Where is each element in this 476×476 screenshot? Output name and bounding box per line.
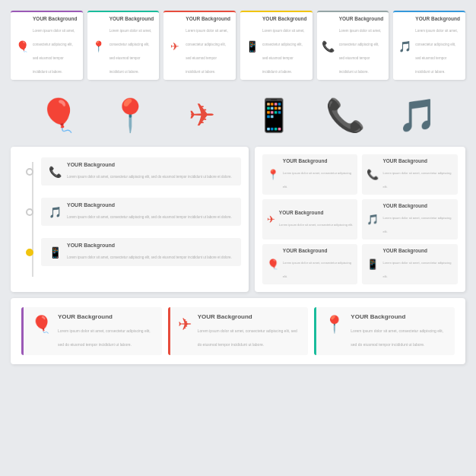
bottom-card-1: 🎈 YOUR Background Lorem ipsum dolor sit … <box>21 307 162 355</box>
card-desc-5: Lorem ipsum dolor sit amet, consectetur … <box>339 29 382 74</box>
gc-text-5: YOUR Background Lorem ipsum dolor sit am… <box>283 248 354 281</box>
tc-title-3: YOUR Background <box>67 243 235 248</box>
bc-text-3: YOUR Background Lorem ipsum dolor sit am… <box>351 313 447 349</box>
card-icon-2: 📍 <box>92 40 106 53</box>
card-icon-6: 🎵 <box>398 40 411 53</box>
grid-card-2: 📞 YOUR Background Lorem ipsum dolor sit … <box>362 154 458 195</box>
card-title-1: YOUR Background <box>33 16 78 21</box>
grid-card-1: 📍 YOUR Background Lorem ipsum dolor sit … <box>262 154 358 195</box>
big-icon-plane: ✈ <box>179 92 225 138</box>
tc-icon-1: 📞 <box>47 164 62 179</box>
card-text-6: YOUR Background Lorem ipsum dolor sit am… <box>415 16 461 76</box>
big-icon-ipod: 📱 <box>251 92 297 138</box>
gc-text-1: YOUR Background Lorem ipsum dolor sit am… <box>283 158 354 191</box>
gc-text-4: YOUR Background Lorem ipsum dolor sit am… <box>382 203 453 236</box>
gc-text-2: YOUR Background Lorem ipsum dolor sit am… <box>382 158 453 191</box>
top-card-6: 🎵 YOUR Background Lorem ipsum dolor sit … <box>393 11 465 80</box>
card-icon-3: ✈ <box>168 40 182 53</box>
gc-desc-3: Lorem ipsum dolor sit amet, consectetur … <box>279 223 353 227</box>
gc-text-6: YOUR Background Lorem ipsum dolor sit am… <box>382 248 453 281</box>
card-icon-5: 📞 <box>322 40 335 53</box>
bc-text-2: YOUR Background Lorem ipsum dolor sit am… <box>198 313 301 349</box>
top-cards-row: 🎈 YOUR Background Lorem ipsum dolor sit … <box>0 0 476 86</box>
big-icon-pin: 📍 <box>107 92 153 138</box>
gc-title-3: YOUR Background <box>279 210 353 215</box>
gc-desc-5: Lorem ipsum dolor sit amet, consectetur … <box>283 261 351 278</box>
tc-title-2: YOUR Background <box>67 202 235 208</box>
gc-desc-6: Lorem ipsum dolor sit amet, consectetur … <box>382 261 451 278</box>
card-text-1: YOUR Background Lorem ipsum dolor sit am… <box>33 16 78 76</box>
tc-icon-2: 🎵 <box>47 205 62 220</box>
gc-icon-4: 🎵 <box>367 214 379 225</box>
big-icon-phone: 📞 <box>322 92 368 138</box>
grid-panel: 📍 YOUR Background Lorem ipsum dolor sit … <box>255 147 465 292</box>
middle-section: 📞 YOUR Background Lorem ipsum dolor sit … <box>0 147 476 292</box>
tc-desc-2: Lorem ipsum dolor sit amet, consectetur … <box>67 215 232 219</box>
bc-title-3: YOUR Background <box>351 313 447 320</box>
gc-icon-6: 📱 <box>367 259 379 270</box>
card-text-3: YOUR Background Lorem ipsum dolor sit am… <box>186 16 231 76</box>
timeline-dot-2 <box>26 208 33 216</box>
top-card-3: ✈ YOUR Background Lorem ipsum dolor sit … <box>163 11 236 80</box>
bottom-card-2: ✈ YOUR Background Lorem ipsum dolor sit … <box>168 307 309 355</box>
gc-desc-1: Lorem ipsum dolor sit amet, consectetur … <box>283 171 351 189</box>
card-title-6: YOUR Background <box>415 16 461 21</box>
card-title-5: YOUR Background <box>339 16 385 21</box>
tc-text-1: YOUR Background Lorem ipsum dolor sit am… <box>67 162 235 181</box>
gc-title-5: YOUR Background <box>283 248 354 253</box>
bottom-section: 🎈 YOUR Background Lorem ipsum dolor sit … <box>11 298 465 364</box>
bc-icon-3: 📍 <box>324 315 344 335</box>
card-text-4: YOUR Background Lorem ipsum dolor sit am… <box>262 16 308 76</box>
gc-title-1: YOUR Background <box>283 158 354 163</box>
gc-icon-3: ✈ <box>267 214 275 225</box>
top-card-5: 📞 YOUR Background Lorem ipsum dolor sit … <box>317 11 389 80</box>
tc-text-3: YOUR Background Lorem ipsum dolor sit am… <box>67 243 235 262</box>
gc-title-6: YOUR Background <box>382 248 453 253</box>
card-icon-4: 📱 <box>245 40 259 53</box>
gc-desc-2: Lorem ipsum dolor sit amet, consectetur … <box>382 171 451 189</box>
tc-desc-1: Lorem ipsum dolor sit amet, consectetur … <box>67 175 232 179</box>
bc-desc-3: Lorem ipsum dolor sit amet, consectetur … <box>351 328 443 347</box>
grid-card-3: ✈ YOUR Background Lorem ipsum dolor sit … <box>262 199 358 240</box>
gc-icon-2: 📞 <box>367 169 379 180</box>
tc-icon-3: 📱 <box>47 245 62 260</box>
card-title-2: YOUR Background <box>109 16 155 21</box>
grid-card-6: 📱 YOUR Background Lorem ipsum dolor sit … <box>362 244 458 284</box>
card-text-5: YOUR Background Lorem ipsum dolor sit am… <box>339 16 385 76</box>
gc-text-3: YOUR Background Lorem ipsum dolor sit am… <box>279 210 353 229</box>
tc-text-2: YOUR Background Lorem ipsum dolor sit am… <box>67 202 235 221</box>
timeline-panel: 📞 YOUR Background Lorem ipsum dolor sit … <box>11 147 249 292</box>
big-icon-balloon: 🎈 <box>36 92 81 138</box>
icons-row: 🎈📍✈📱📞🎵 <box>0 86 476 147</box>
timeline-card-2: 🎵 YOUR Background Lorem ipsum dolor sit … <box>41 198 241 226</box>
top-card-2: 📍 YOUR Background Lorem ipsum dolor sit … <box>87 11 160 80</box>
card-desc-1: Lorem ipsum dolor sit amet, consectetur … <box>33 29 75 74</box>
bc-icon-1: 🎈 <box>31 315 52 335</box>
gc-desc-4: Lorem ipsum dolor sit amet, consectetur … <box>382 216 451 233</box>
card-title-4: YOUR Background <box>262 16 308 21</box>
gc-title-2: YOUR Background <box>382 158 453 163</box>
timeline-card-3: 📱 YOUR Background Lorem ipsum dolor sit … <box>41 238 241 266</box>
timeline-item-1: 📞 YOUR Background Lorem ipsum dolor sit … <box>26 157 241 186</box>
bc-desc-1: Lorem ipsum dolor sit amet, consectetur … <box>58 328 151 347</box>
bc-title-1: YOUR Background <box>58 313 154 320</box>
bc-text-1: YOUR Background Lorem ipsum dolor sit am… <box>58 313 154 349</box>
top-card-1: 🎈 YOUR Background Lorem ipsum dolor sit … <box>11 11 83 80</box>
tc-desc-3: Lorem ipsum dolor sit amet, consectetur … <box>67 255 232 259</box>
timeline-dot-3 <box>26 249 33 256</box>
bottom-card-3: 📍 YOUR Background Lorem ipsum dolor sit … <box>314 307 455 355</box>
timeline-dot-1 <box>26 168 33 176</box>
bc-desc-2: Lorem ipsum dolor sit amet, consectetur … <box>198 328 297 347</box>
grid-card-5: 🎈 YOUR Background Lorem ipsum dolor sit … <box>262 244 358 284</box>
bc-icon-2: ✈ <box>178 315 192 335</box>
card-icon-1: 🎈 <box>15 40 29 53</box>
card-desc-6: Lorem ipsum dolor sit amet, consectetur … <box>415 29 458 74</box>
timeline-item-3: 📱 YOUR Background Lorem ipsum dolor sit … <box>26 238 241 266</box>
bc-title-2: YOUR Background <box>198 313 301 320</box>
gc-icon-5: 🎈 <box>267 259 279 270</box>
card-text-2: YOUR Background Lorem ipsum dolor sit am… <box>109 16 155 76</box>
card-desc-3: Lorem ipsum dolor sit amet, consectetur … <box>186 29 228 74</box>
gc-title-4: YOUR Background <box>382 203 453 208</box>
card-desc-4: Lorem ipsum dolor sit amet, consectetur … <box>262 29 305 74</box>
top-card-4: 📱 YOUR Background Lorem ipsum dolor sit … <box>240 11 313 80</box>
